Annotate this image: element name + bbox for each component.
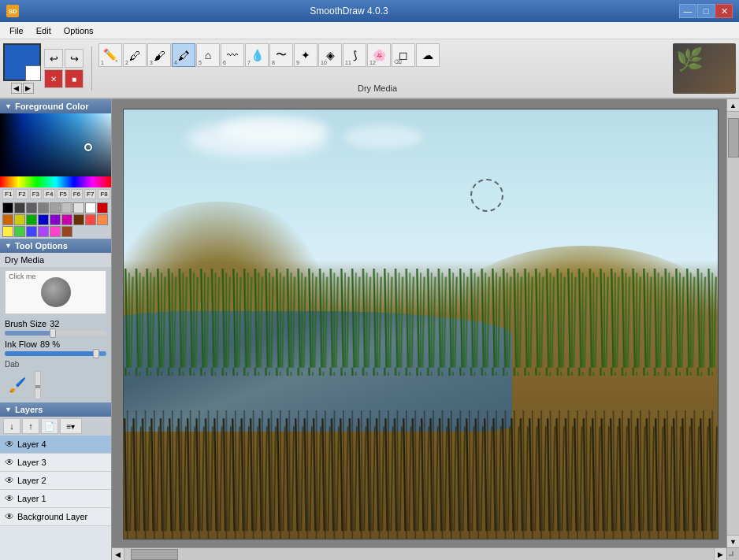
drawing-canvas[interactable] (123, 109, 719, 540)
window-controls: — □ ✕ (679, 4, 733, 18)
bottom-scrollbar[interactable]: ◀ ▶ (112, 547, 726, 560)
scroll-right-btn[interactable]: ▶ (714, 548, 726, 560)
brush-size-row: Brush Size 32 (0, 317, 111, 330)
brush-preview-area[interactable]: Click me (5, 270, 106, 314)
minimize-button[interactable]: — (679, 4, 696, 18)
color-pink[interactable] (61, 214, 72, 225)
scroll-down-btn[interactable]: ▼ (727, 535, 739, 547)
svg-rect-7 (124, 410, 718, 540)
foreground-color-title: Foreground Color (15, 102, 89, 111)
layer-move-down[interactable]: ↓ (3, 418, 20, 434)
color-picker-area[interactable] (0, 113, 111, 176)
dab-slider-vertical[interactable] (35, 371, 41, 399)
color-r3[interactable] (2, 226, 13, 237)
color-dark-gray[interactable] (14, 202, 25, 213)
svg-rect-3 (124, 269, 718, 376)
layer-item-bg[interactable]: 👁 Background Layer (0, 508, 111, 526)
hue-slider[interactable] (0, 176, 111, 187)
brush-tool-eraser[interactable]: ◻⌫ (392, 43, 415, 67)
brush-tool-10[interactable]: ◈10 (318, 43, 342, 67)
color-gray4[interactable] (61, 202, 72, 213)
scroll-up-btn[interactable]: ▲ (727, 99, 739, 112)
layer-3-name: Layer 3 (17, 458, 106, 467)
scroll-left-btn[interactable]: ◀ (112, 548, 124, 560)
scroll-thumb-right[interactable] (728, 118, 739, 158)
color-gray5[interactable] (73, 202, 84, 213)
color-r7[interactable] (50, 226, 61, 237)
layer-item-2[interactable]: 👁 Layer 2 (0, 472, 111, 490)
brush-tool-11[interactable]: ⟆11 (343, 43, 366, 67)
canvas-area[interactable]: ▲ ▼ ◀ ▶ (112, 99, 739, 560)
f7-label[interactable]: F7 (84, 189, 96, 199)
scroll-track-bottom[interactable] (124, 548, 714, 560)
layer-item-4[interactable]: 👁 Layer 4 (0, 436, 111, 454)
color-orange[interactable] (2, 214, 13, 225)
color-r5[interactable] (26, 226, 37, 237)
brush-size-slider[interactable] (5, 331, 106, 336)
color-gray3[interactable] (50, 202, 61, 213)
menu-edit[interactable]: Edit (30, 24, 58, 37)
layer-3-eye[interactable]: 👁 (5, 457, 14, 468)
color-r8[interactable] (61, 226, 72, 237)
close-button[interactable]: ✕ (715, 4, 733, 18)
layer-item-1[interactable]: 👁 Layer 1 (0, 490, 111, 508)
f8-label[interactable]: F8 (98, 189, 110, 199)
scroll-track-right[interactable] (727, 112, 739, 535)
color-preview[interactable] (3, 43, 41, 81)
maximize-button[interactable]: □ (697, 4, 715, 18)
brush-tool-2[interactable]: 🖊2 (123, 43, 147, 67)
f1-label[interactable]: F1 (2, 189, 14, 199)
layer-1-eye[interactable]: 👁 (5, 493, 14, 504)
redo-button[interactable]: ↪ (65, 49, 84, 68)
color-r2[interactable] (97, 214, 108, 225)
color-purple[interactable] (50, 214, 61, 225)
color-r4[interactable] (14, 226, 25, 237)
scroll-thumb-bottom[interactable] (131, 549, 178, 560)
f6-label[interactable]: F6 (71, 189, 83, 199)
f3-label[interactable]: F3 (30, 189, 42, 199)
action-buttons: ↩ ↪ ✕ ■ (44, 49, 84, 88)
layer-options[interactable]: ≡▾ (60, 418, 82, 434)
arrow-right-icon[interactable]: ▶ (23, 83, 34, 94)
brush-tool-1[interactable]: ✏️1 (98, 43, 122, 67)
layer-item-3[interactable]: 👁 Layer 3 (0, 454, 111, 472)
color-white[interactable] (85, 202, 96, 213)
color-black[interactable] (2, 202, 13, 213)
color-r1[interactable] (85, 214, 96, 225)
right-scrollbar[interactable]: ▲ ▼ (726, 99, 739, 547)
ink-flow-slider[interactable] (5, 351, 106, 356)
layer-2-eye[interactable]: 👁 (5, 475, 14, 486)
brush-tool-8[interactable]: 〜8 (269, 43, 293, 67)
brush-tool-3[interactable]: 🖌3 (147, 43, 171, 67)
menu-file[interactable]: File (3, 24, 30, 37)
fill-button[interactable]: ■ (65, 69, 84, 88)
brush-tool-5[interactable]: ⌂5 (196, 43, 220, 67)
f2-label[interactable]: F2 (16, 189, 28, 199)
layers-arrow: ▼ (5, 406, 12, 414)
arrow-left-icon[interactable]: ◀ (11, 83, 22, 94)
layer-new[interactable]: 📄 (41, 418, 58, 434)
clear-button[interactable]: ✕ (44, 69, 63, 88)
color-blue[interactable] (38, 214, 49, 225)
brush-size-value: 32 (50, 319, 59, 328)
brush-tool-12[interactable]: 🌸12 (367, 43, 391, 67)
layer-4-eye[interactable]: 👁 (5, 439, 14, 450)
color-brown[interactable] (73, 214, 84, 225)
brush-tool-smudge[interactable]: ☁ (416, 43, 440, 67)
color-green[interactable] (26, 214, 37, 225)
color-gray2[interactable] (38, 202, 49, 213)
undo-button[interactable]: ↩ (44, 49, 63, 68)
color-gray1[interactable] (26, 202, 37, 213)
brush-tool-9[interactable]: ✦9 (294, 43, 318, 67)
color-yellow[interactable] (14, 214, 25, 225)
menu-options[interactable]: Options (58, 24, 100, 37)
f5-label[interactable]: F5 (57, 189, 69, 199)
f4-label[interactable]: F4 (43, 189, 55, 199)
layer-move-up[interactable]: ↑ (22, 418, 39, 434)
brush-tool-6[interactable]: 〰6 (221, 43, 244, 67)
color-red[interactable] (97, 202, 108, 213)
brush-tool-7[interactable]: 💧7 (245, 43, 269, 67)
brush-tool-4[interactable]: 🖍4 (172, 43, 195, 67)
layer-bg-eye[interactable]: 👁 (5, 511, 14, 522)
color-r6[interactable] (38, 226, 49, 237)
